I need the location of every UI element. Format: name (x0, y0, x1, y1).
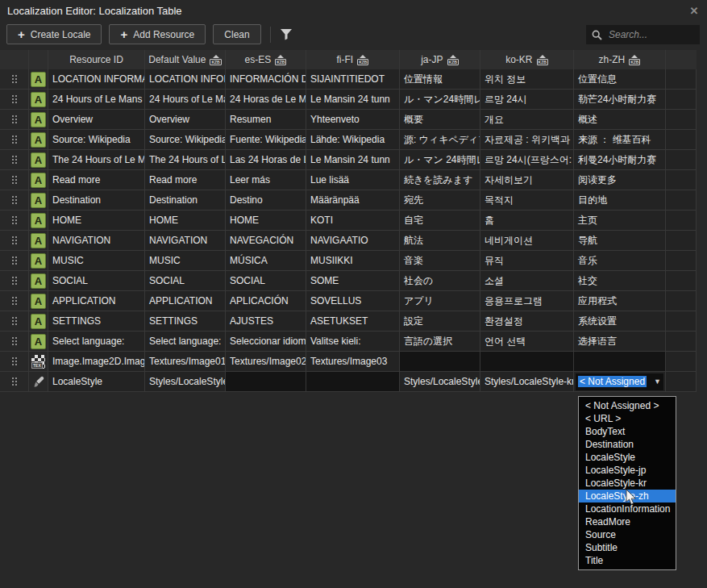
cell-ja-JP[interactable]: アプリ (400, 291, 480, 311)
row-drag-handle[interactable] (0, 311, 29, 332)
cell-ja-JP[interactable]: Styles/LocaleStyle-jp (400, 372, 480, 392)
column-header-fi-FI[interactable]: fi-FIKZB (306, 50, 400, 69)
cell-resource-id[interactable]: Select language: (48, 332, 145, 352)
cell-resource-id[interactable]: Image.Image2D.Imag (48, 352, 145, 372)
cell-fi-FI[interactable]: Yhteenveto (306, 110, 400, 130)
cell-ko-KR[interactable]: 르망 24시(프랑스어: 2 (480, 150, 574, 170)
cell-ko-KR[interactable]: 르망 24시 (480, 90, 574, 110)
search-input[interactable] (607, 28, 694, 41)
cell-resource-id[interactable]: Source: Wikipedia (48, 130, 145, 150)
cell-ko-KR[interactable]: 네비게이션 (480, 231, 574, 251)
locale-style-combo[interactable]: < Not Assigned▼ (576, 373, 663, 390)
cell-es-ES[interactable]: Destino (226, 190, 306, 211)
cell-ko-KR[interactable]: 홈 (480, 211, 574, 231)
cell-zh-ZH[interactable]: 音乐 (574, 251, 666, 271)
row-drag-handle[interactable] (0, 130, 29, 150)
cell-fi-FI[interactable]: KOTI (306, 211, 400, 231)
cell-fi-FI[interactable]: Määränpää (306, 190, 400, 211)
cell-es-ES[interactable]: Fuente: Wikipedia (226, 130, 306, 150)
cell-default-value[interactable]: SOCIAL (145, 271, 226, 291)
cell-es-ES[interactable]: MÚSICA (226, 251, 306, 271)
add-resource-button[interactable]: + Add Resource (109, 24, 206, 44)
row-drag-handle[interactable] (0, 332, 29, 352)
cell-es-ES[interactable] (226, 372, 306, 392)
cell-fi-FI[interactable]: Lue lisää (306, 170, 400, 190)
cell-ko-KR[interactable]: Styles/LocaleStyle-kr (480, 372, 574, 392)
dropdown-item[interactable]: Source (579, 528, 676, 541)
cell-default-value[interactable]: MUSIC (145, 251, 226, 271)
cell-es-ES[interactable]: Textures/Image02 (226, 352, 306, 372)
cell-es-ES[interactable]: Las 24 Horas de L (226, 150, 306, 170)
row-drag-handle[interactable] (0, 291, 29, 311)
cell-zh-ZH[interactable]: 社交 (574, 271, 666, 291)
cell-default-value[interactable]: SETTINGS (145, 311, 226, 332)
cell-resource-id[interactable]: LocaleStyle (48, 372, 145, 392)
cell-fi-FI[interactable]: SIJAINTITIEDOT (306, 69, 400, 90)
cell-zh-ZH[interactable]: 目的地 (574, 190, 666, 211)
cell-default-value[interactable]: Source: Wikipedia (145, 130, 226, 150)
cell-ja-JP[interactable]: 続きを読みます (400, 170, 480, 190)
cell-ja-JP[interactable]: 言語の選択 (400, 332, 480, 352)
cell-ko-KR[interactable]: 소셜 (480, 271, 574, 291)
cell-ja-JP[interactable]: 音楽 (400, 251, 480, 271)
cell-ja-JP[interactable]: ル・マン24時間レース (400, 90, 480, 110)
row-drag-handle[interactable] (0, 150, 29, 170)
cell-es-ES[interactable]: Resumen (226, 110, 306, 130)
cell-es-ES[interactable]: APLICACIÓN (226, 291, 306, 311)
cell-es-ES[interactable]: Seleccionar idiom (226, 332, 306, 352)
dropdown-item[interactable]: Subtitle (579, 541, 676, 554)
cell-resource-id[interactable]: APPLICATION (48, 291, 145, 311)
kzb-export-icon[interactable]: KZB (275, 55, 286, 65)
cell-ja-JP[interactable]: 源: ウィキペディア (400, 130, 480, 150)
dropdown-item[interactable]: BodyText (579, 425, 676, 438)
cell-default-value[interactable]: NAVIGATION (145, 231, 226, 251)
cell-resource-id[interactable]: Overview (48, 110, 145, 130)
clean-button[interactable]: Clean (213, 24, 260, 44)
cell-fi-FI[interactable]: MUSIIKKI (306, 251, 400, 271)
dropdown-item[interactable]: Title (579, 554, 676, 567)
cell-fi-FI[interactable]: Le Mansin 24 tunn (306, 90, 400, 110)
dropdown-item[interactable]: LocationInformation (579, 503, 676, 515)
cell-es-ES[interactable]: HOME (226, 211, 306, 231)
cell-fi-FI[interactable]: SOME (306, 271, 400, 291)
cell-default-value[interactable]: Select language: (145, 332, 226, 352)
cell-ja-JP[interactable]: ル・マン 24時間レース （ (400, 150, 480, 170)
cell-ko-KR[interactable] (480, 352, 574, 372)
cell-default-value[interactable]: Textures/Image01 (145, 352, 226, 372)
kzb-export-icon[interactable]: KZB (537, 55, 548, 65)
row-drag-handle[interactable] (0, 211, 29, 231)
cell-default-value[interactable]: Read more (145, 170, 226, 190)
cell-ko-KR[interactable]: 위치 정보 (480, 69, 574, 90)
cell-zh-ZH[interactable]: 利曼24小时耐力赛 (574, 150, 666, 170)
dropdown-item[interactable]: LocaleStyle-zh (579, 490, 676, 503)
cell-zh-ZH[interactable]: 概述 (574, 110, 666, 130)
cell-resource-id[interactable]: The 24 Hours of Le M (48, 150, 145, 170)
row-drag-handle[interactable] (0, 90, 29, 110)
cell-fi-FI[interactable]: Textures/Image03 (306, 352, 400, 372)
cell-resource-id[interactable]: 24 Hours of Le Mans (48, 90, 145, 110)
cell-ja-JP[interactable]: 設定 (400, 311, 480, 332)
cell-resource-id[interactable]: MUSIC (48, 251, 145, 271)
kzb-export-icon[interactable]: KZB (629, 55, 640, 65)
cell-ja-JP[interactable]: 位置情報 (400, 69, 480, 90)
cell-es-ES[interactable]: SOCIAL (226, 271, 306, 291)
cell-fi-FI[interactable]: Lähde: Wikipedia (306, 130, 400, 150)
cell-default-value[interactable]: 24 Hours of Le Ma (145, 90, 226, 110)
cell-resource-id[interactable]: Destination (48, 190, 145, 211)
dropdown-item[interactable]: < URL > (579, 412, 676, 425)
cell-es-ES[interactable]: Leer más (226, 170, 306, 190)
cell-resource-id[interactable]: NAVIGATION (48, 231, 145, 251)
cell-zh-ZH[interactable]: 导航 (574, 231, 666, 251)
cell-ja-JP[interactable]: 航法 (400, 231, 480, 251)
cell-zh-ZH[interactable]: 主页 (574, 211, 666, 231)
cell-zh-ZH[interactable]: 应用程式 (574, 291, 666, 311)
cell-fi-FI[interactable]: ASETUKSET (306, 311, 400, 332)
cell-resource-id[interactable]: LOCATION INFORMAT (48, 69, 145, 90)
cell-resource-id[interactable]: SOCIAL (48, 271, 145, 291)
column-header-resource-id[interactable]: Resource ID (48, 50, 145, 69)
cell-ko-KR[interactable]: 응용프로그램 (480, 291, 574, 311)
cell-default-value[interactable]: LOCATION INFOR (145, 69, 226, 90)
cell-ko-KR[interactable]: 자료제공 : 위키백과 (480, 130, 574, 150)
cell-ja-JP[interactable]: 概要 (400, 110, 480, 130)
cell-es-ES[interactable]: NAVEGACIÓN (226, 231, 306, 251)
